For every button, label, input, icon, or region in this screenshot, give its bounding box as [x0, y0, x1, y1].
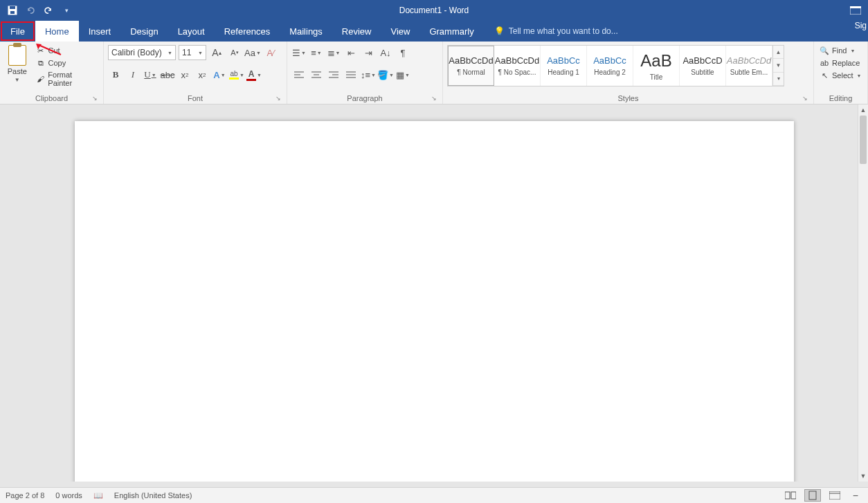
sort-button[interactable]: A↓ [378, 45, 393, 60]
italic-button[interactable]: I [125, 67, 141, 82]
style-item-title[interactable]: AaBTitle [633, 46, 680, 86]
tab-design[interactable]: Design [120, 21, 168, 42]
grow-font-button[interactable]: A▴ [209, 45, 224, 60]
align-left-button[interactable] [291, 67, 307, 82]
tell-me-search[interactable]: 💡 Tell me what you want to do... [494, 21, 618, 42]
borders-button[interactable]: ▦▼ [395, 67, 410, 82]
tab-grammarly[interactable]: Grammarly [419, 21, 483, 42]
svg-rect-17 [785, 492, 790, 499]
style-item-subtitle[interactable]: AaBbCcDSubtitle [680, 46, 726, 86]
font-name-combo[interactable]: Calibri (Body)▼ [108, 45, 176, 60]
paste-label: Paste [8, 67, 27, 75]
cut-button[interactable]: ✂Cut [35, 45, 100, 56]
save-icon[interactable] [7, 5, 18, 16]
tab-layout[interactable]: Layout [168, 21, 215, 42]
style-item-heading-2[interactable]: AaBbCcHeading 2 [587, 46, 633, 86]
vertical-scrollbar[interactable]: ▲ ▼ [858, 104, 868, 482]
editing-group-label: Editing [829, 94, 853, 102]
clipboard-launcher-icon[interactable]: ↘ [91, 94, 99, 102]
font-group-label: Font [188, 94, 203, 102]
qat-customize-icon[interactable]: ▾ [61, 5, 72, 16]
line-spacing-button[interactable]: ↕≡▼ [361, 67, 376, 82]
undo-icon[interactable] [25, 5, 36, 16]
paste-button[interactable]: Paste ▼ [4, 45, 30, 83]
svg-rect-20 [829, 491, 840, 500]
language-indicator[interactable]: English (United States) [114, 491, 192, 500]
style-name-label: Heading 1 [548, 68, 579, 76]
font-color-button[interactable]: A▼ [246, 67, 262, 82]
bold-button[interactable]: B [108, 67, 123, 82]
tab-mailings[interactable]: Mailings [280, 21, 332, 42]
sign-in-link[interactable]: Sig [855, 21, 867, 30]
print-layout-button[interactable] [804, 489, 821, 502]
format-painter-label: Format Painter [48, 71, 98, 87]
tab-home[interactable]: Home [35, 21, 79, 42]
replace-icon: ab [820, 58, 829, 68]
scroll-down-icon[interactable]: ▼ [858, 470, 868, 482]
tab-insert[interactable]: Insert [79, 21, 121, 42]
replace-button[interactable]: abReplace [818, 57, 863, 68]
chevron-down-icon: ▼ [168, 51, 172, 55]
document-area: ▲ ▼ [0, 104, 868, 482]
web-layout-button[interactable] [826, 489, 843, 502]
style-item--no-spac-[interactable]: AaBbCcDd¶ No Spac... [494, 46, 541, 86]
group-clipboard: Paste ▼ ✂Cut ⧉Copy 🖌Format Painter Clipb… [0, 42, 104, 104]
group-editing: 🔍Find▼ abReplace ↖Select▼ Editing [814, 42, 868, 104]
tab-review[interactable]: Review [332, 21, 381, 42]
document-page[interactable] [75, 121, 794, 482]
scroll-thumb[interactable] [860, 116, 867, 164]
page-indicator[interactable]: Page 2 of 8 [6, 491, 44, 500]
align-right-button[interactable] [326, 67, 341, 82]
font-launcher-icon[interactable]: ↘ [274, 94, 282, 102]
zoom-out-button[interactable]: − [849, 490, 862, 501]
increase-indent-button[interactable]: ⇥ [361, 45, 376, 60]
font-size-combo[interactable]: 11▼ [179, 45, 206, 60]
highlight-button[interactable]: ab▼ [229, 67, 244, 82]
bullets-button[interactable]: ☰▼ [291, 45, 307, 60]
svg-rect-19 [809, 491, 816, 500]
show-paragraph-marks-button[interactable]: ¶ [395, 45, 410, 60]
redo-icon[interactable] [43, 5, 54, 16]
style-preview: AaBbCc [547, 55, 580, 66]
text-effects-button[interactable]: A▼ [212, 67, 227, 82]
ribbon-display-options-icon[interactable] [850, 6, 861, 15]
strikethrough-button[interactable]: abc [160, 67, 175, 82]
tab-references[interactable]: References [215, 21, 280, 42]
format-painter-button[interactable]: 🖌Format Painter [35, 70, 100, 88]
svg-rect-1 [10, 6, 15, 9]
select-button[interactable]: ↖Select▼ [818, 70, 863, 81]
style-item-subtle-em-[interactable]: AaBbCcDdSubtle Em... [726, 46, 772, 86]
shading-button[interactable]: 🪣▼ [378, 67, 393, 82]
shrink-font-button[interactable]: A▾ [227, 45, 242, 60]
ribbon: Paste ▼ ✂Cut ⧉Copy 🖌Format Painter Clipb… [0, 42, 868, 104]
copy-button[interactable]: ⧉Copy [35, 57, 100, 68]
paste-dropdown-icon[interactable]: ▼ [15, 77, 20, 83]
spellcheck-icon[interactable]: 📖 [93, 491, 103, 500]
find-button[interactable]: 🔍Find▼ [818, 45, 863, 56]
superscript-button[interactable]: x2 [195, 67, 210, 82]
clipboard-group-label: Clipboard [35, 94, 68, 102]
underline-button[interactable]: U▼ [143, 67, 158, 82]
justify-button[interactable] [343, 67, 359, 82]
gallery-scroll-up-icon[interactable]: ▲ [773, 46, 784, 59]
tab-file[interactable]: File [1, 21, 35, 41]
decrease-indent-button[interactable]: ⇤ [343, 45, 359, 60]
clear-formatting-button[interactable]: A⁄ [263, 45, 278, 60]
change-case-button[interactable]: Aa▼ [245, 45, 260, 60]
style-item-heading-1[interactable]: AaBbCcHeading 1 [541, 46, 587, 86]
styles-launcher-icon[interactable]: ↘ [801, 94, 809, 102]
word-count[interactable]: 0 words [55, 491, 82, 500]
align-center-button[interactable] [309, 67, 324, 82]
subscript-button[interactable]: x2 [177, 67, 192, 82]
tab-view[interactable]: View [381, 21, 419, 42]
gallery-more-icon[interactable]: ▾ [773, 73, 784, 86]
multilevel-list-button[interactable]: ≣▼ [326, 45, 341, 60]
numbering-button[interactable]: ≡▼ [309, 45, 324, 60]
scroll-up-icon[interactable]: ▲ [858, 104, 868, 116]
paragraph-launcher-icon[interactable]: ↘ [430, 94, 438, 102]
scroll-track[interactable] [858, 116, 868, 470]
gallery-scroll-down-icon[interactable]: ▼ [773, 59, 784, 72]
read-mode-button[interactable] [782, 489, 799, 502]
style-item--normal[interactable]: AaBbCcDd¶ Normal [448, 46, 494, 86]
group-styles: AaBbCcDd¶ NormalAaBbCcDd¶ No Spac...AaBb… [443, 42, 814, 104]
